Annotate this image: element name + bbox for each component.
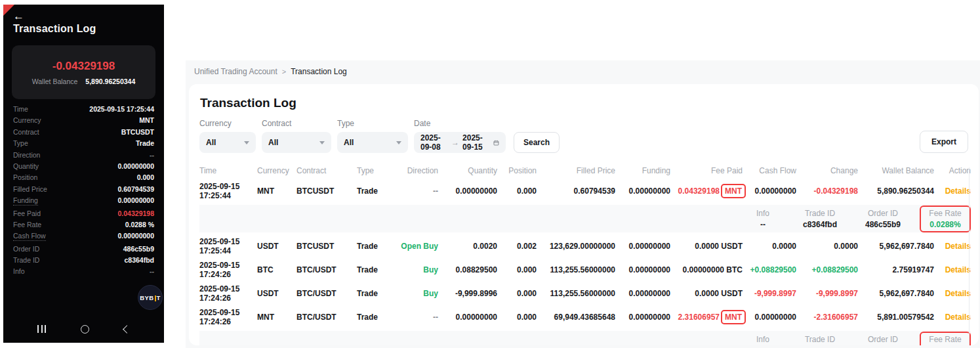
logo-bar-icon [155,295,156,301]
date-start: 2025-09-08 [420,133,448,152]
details-link[interactable]: Details [945,186,971,196]
transaction-table: Time Currency Contract Type Direction Qu… [199,163,968,345]
wallet-balance-label: Wallet Balance [32,77,78,85]
detail-row-trade-id: Trade ID c8364fbd [13,256,154,264]
details-link[interactable]: Details [945,242,971,251]
table-header: Time Currency Contract Type Direction Qu… [199,163,971,178]
currency-filter: Currency All [199,119,256,153]
table-row: 2025-09-1517:24:26 USDT BTC/USDT Trade B… [199,283,971,304]
fee-paid-cell: 0.04329198MNT [670,184,743,198]
transaction-amount: -0.04329198 [52,60,115,73]
detail-row-cash-flow: Cash Flow 0.00000000 [13,232,154,241]
detail-row-contract: Contract BTCUSDT [13,128,154,136]
detail-row-position: Position 0.000 [13,173,154,181]
phone-page-title: Transaction Log [13,23,96,35]
detail-row-info: Info -- [13,267,154,275]
chevron-down-icon [396,141,401,144]
home-icon[interactable] [81,325,89,334]
bybit-logo: BYBT [138,285,163,310]
breadcrumb: Unified Trading Account > Transaction Lo… [194,67,347,76]
wallet-balance-value: 5,890.96250344 [85,77,135,85]
transaction-detail-list: Time 2025-09-15 17:25:44 Currency MNT Co… [13,105,154,279]
export-button[interactable]: Export [920,131,968,153]
recents-icon[interactable] [37,325,46,333]
currency-select[interactable]: All [199,132,256,153]
chevron-down-icon [244,141,249,144]
details-link[interactable]: Details [945,289,971,298]
filter-bar: Currency All Contract All Type [199,119,968,153]
detail-row-direction: Direction -- [13,151,154,159]
table-row: 2025-09-1517:24:26 MNT BTC/USDT Trade --… [199,307,971,328]
date-range-input[interactable]: 2025-09-08 → 2025-09-15 [414,132,506,153]
back-icon[interactable]: ← [13,10,24,23]
contract-filter: Contract All [262,119,331,153]
page-title: Transaction Log [200,96,968,110]
table-row: 2025-09-1517:24:26 BTC BTC/USDT Trade Bu… [199,259,971,280]
detail-row-quantity: Quantity 0.00000000 [13,162,154,170]
wallet-balance-row: Wallet Balance 5,890.96250344 [32,77,136,85]
screenshot-root: ← Transaction Log -0.04329198 Wallet Bal… [0,0,980,348]
date-filter: Date 2025-09-08 → 2025-09-15 [414,119,506,153]
android-nav-bar [3,315,164,343]
calendar-icon [493,139,499,147]
detail-row-funding: Funding 0.00000000 [13,196,154,206]
fee-rate-annotation: Fee Rate 0.0288% [920,206,971,232]
breadcrumb-separator: > [282,68,286,76]
fee-rate-annotation: Fee Rate 0.0375% [920,332,971,346]
arrow-right-icon: → [451,138,459,147]
type-filter: Type All [337,119,408,153]
search-button[interactable]: Search [514,132,560,153]
detail-row-time: Time 2025-09-15 17:25:44 [13,105,154,113]
breadcrumb-current: Transaction Log [291,67,347,76]
contract-select[interactable]: All [262,132,331,153]
detail-row-type: Type Trade [13,139,154,147]
web-page: Unified Trading Account > Transaction Lo… [186,60,980,348]
expanded-detail-row: Info-- Trade ID48179327 Order ID48542208… [199,331,971,345]
fee-paid-cell: 2.31606957MNT [670,310,743,324]
type-select[interactable]: All [337,132,408,153]
detail-row-filled-price: Filled Price 0.60794539 [13,185,154,193]
detail-row-order-id: Order ID 486c55b9 [13,245,154,253]
table-row: 2025-09-1517:25:44 MNT BTCUSDT Trade -- … [199,181,971,202]
breadcrumb-parent[interactable]: Unified Trading Account [194,67,277,76]
details-link[interactable]: Details [945,265,971,274]
transaction-log-card: Transaction Log Currency All Contract Al… [189,84,979,345]
detail-row-fee-rate: Fee Rate 0.0288 % [13,221,154,228]
table-row: 2025-09-1517:25:44 USDT BTCUSDT Trade Op… [199,236,971,257]
date-end: 2025-09-15 [462,133,490,152]
phone-app-panel: ← Transaction Log -0.04329198 Wallet Bal… [3,5,164,343]
detail-row-fee-paid: Fee Paid 0.04329198 [13,209,154,217]
expanded-detail-row: Info-- Trade IDc8364fbd Order ID486c55b9… [199,205,971,232]
chevron-down-icon [319,141,325,144]
transaction-summary-card: -0.04329198 Wallet Balance 5,890.9625034… [12,45,155,99]
details-link[interactable]: Details [945,313,971,322]
nav-back-icon[interactable] [123,325,131,334]
detail-row-currency: Currency MNT [13,116,154,124]
